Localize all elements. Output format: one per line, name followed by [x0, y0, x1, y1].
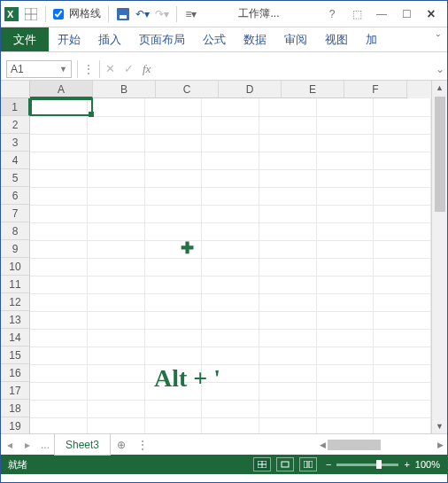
cell[interactable]: [88, 293, 145, 311]
cell[interactable]: [259, 134, 317, 152]
cell[interactable]: [144, 205, 202, 222]
cell[interactable]: [88, 205, 145, 222]
formula-input[interactable]: [151, 60, 433, 78]
cell[interactable]: [144, 382, 202, 400]
tab-addins[interactable]: 加: [357, 27, 386, 51]
cell[interactable]: [144, 329, 202, 347]
cell[interactable]: [30, 329, 88, 347]
cell[interactable]: [30, 98, 88, 116]
undo-icon[interactable]: ↶▾: [135, 7, 150, 21]
cell[interactable]: [316, 417, 374, 433]
cell[interactable]: [202, 134, 259, 152]
tab-data[interactable]: 数据: [235, 27, 275, 51]
minimize-button[interactable]: —: [369, 8, 394, 20]
cell[interactable]: [374, 134, 431, 152]
row-header[interactable]: 14: [1, 329, 30, 347]
grid-icon[interactable]: [24, 7, 38, 21]
cell[interactable]: [374, 329, 431, 347]
cell[interactable]: [202, 382, 259, 400]
cell[interactable]: [30, 382, 88, 400]
row-header[interactable]: 7: [1, 205, 30, 222]
cell[interactable]: [88, 329, 145, 347]
cell[interactable]: [30, 417, 88, 433]
cell[interactable]: [316, 329, 374, 347]
row-header[interactable]: 4: [1, 152, 30, 169]
cell[interactable]: [259, 276, 317, 293]
cell[interactable]: [374, 116, 431, 134]
tab-insert[interactable]: 插入: [89, 27, 130, 51]
cell[interactable]: [88, 258, 145, 276]
cell[interactable]: [202, 222, 259, 240]
zoom-out-button[interactable]: −: [326, 459, 331, 470]
cell[interactable]: [316, 240, 374, 258]
qat-more-icon[interactable]: ≡▾: [184, 7, 198, 21]
cell[interactable]: [316, 311, 374, 329]
row-header[interactable]: 17: [1, 382, 30, 400]
cell[interactable]: [30, 276, 88, 293]
cell[interactable]: [374, 169, 431, 187]
close-button[interactable]: ×: [419, 6, 444, 22]
cell[interactable]: [202, 258, 259, 276]
cell[interactable]: [88, 187, 145, 205]
row-header[interactable]: 5: [1, 169, 30, 187]
row-header[interactable]: 19: [1, 417, 30, 433]
row-header[interactable]: 11: [1, 276, 30, 293]
cell[interactable]: [259, 293, 317, 311]
gridlines-checkbox[interactable]: [53, 9, 64, 19]
cell[interactable]: [374, 400, 431, 417]
cell[interactable]: [374, 222, 431, 240]
cell[interactable]: [144, 364, 202, 382]
cell[interactable]: [316, 400, 374, 417]
scroll-down-icon[interactable]: ▼: [432, 419, 447, 433]
cell[interactable]: [30, 400, 88, 417]
cell[interactable]: [259, 222, 317, 240]
zoom-slider[interactable]: [336, 464, 398, 466]
view-page-layout-icon[interactable]: [276, 457, 294, 471]
cell[interactable]: [259, 152, 317, 169]
tab-file[interactable]: 文件: [1, 27, 49, 51]
cell[interactable]: [144, 134, 202, 152]
row-header[interactable]: 18: [1, 400, 30, 417]
cell[interactable]: [30, 205, 88, 222]
cell[interactable]: [30, 240, 88, 258]
horizontal-scrollbar[interactable]: ◀ ▶: [153, 440, 447, 450]
cell[interactable]: [202, 205, 259, 222]
cell[interactable]: [88, 98, 145, 116]
cell[interactable]: [316, 116, 374, 134]
cell[interactable]: [30, 364, 88, 382]
cell[interactable]: [144, 187, 202, 205]
row-header[interactable]: 3: [1, 134, 30, 152]
cell[interactable]: [316, 382, 374, 400]
cell[interactable]: [374, 364, 431, 382]
row-header[interactable]: 13: [1, 311, 30, 329]
cell[interactable]: [259, 258, 317, 276]
cell[interactable]: [88, 152, 145, 169]
cell[interactable]: [374, 293, 431, 311]
dots-icon[interactable]: ⋮: [132, 439, 153, 451]
cell[interactable]: [144, 169, 202, 187]
cells-area[interactable]: ✚ Alt + ': [30, 98, 431, 433]
cell[interactable]: [259, 98, 317, 116]
tab-page-layout[interactable]: 页面布局: [130, 27, 194, 51]
cell[interactable]: [88, 134, 145, 152]
ribbon-display-button[interactable]: ⬚: [344, 8, 369, 20]
cell[interactable]: [202, 347, 259, 364]
cell[interactable]: [374, 205, 431, 222]
save-icon[interactable]: [116, 7, 130, 21]
cell[interactable]: [88, 276, 145, 293]
cell[interactable]: [316, 98, 374, 116]
col-header[interactable]: D: [219, 81, 282, 98]
sheet-more[interactable]: ...: [36, 439, 54, 451]
cell[interactable]: [316, 293, 374, 311]
row-header[interactable]: 12: [1, 293, 30, 311]
fx-icon[interactable]: fx: [143, 62, 151, 76]
row-header[interactable]: 10: [1, 258, 30, 276]
sheet-nav-prev-icon[interactable]: ◂: [1, 439, 19, 451]
cell[interactable]: [374, 240, 431, 258]
cell[interactable]: [374, 258, 431, 276]
cell[interactable]: [259, 116, 317, 134]
cell[interactable]: [259, 347, 317, 364]
cell[interactable]: [88, 382, 145, 400]
expand-formula-icon[interactable]: ⌄: [433, 63, 447, 75]
cell[interactable]: [144, 116, 202, 134]
